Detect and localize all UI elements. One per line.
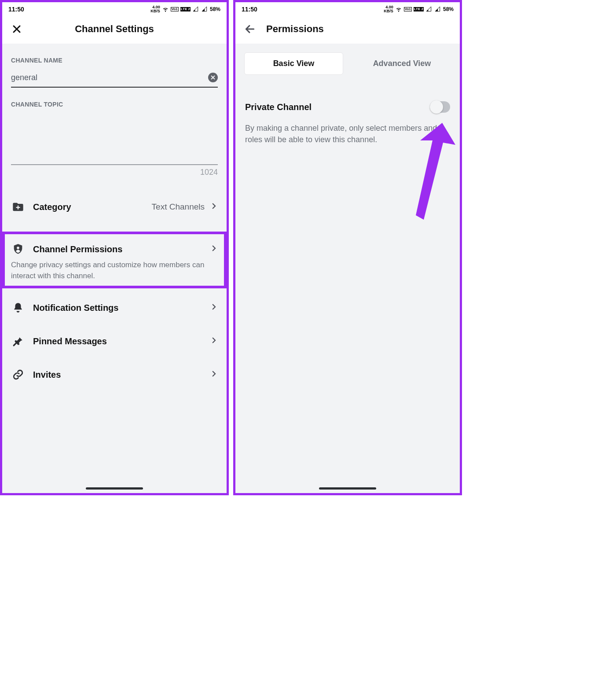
arrow-left-icon <box>244 23 256 35</box>
permissions-header: Permissions <box>235 15 460 44</box>
chevron-right-icon <box>210 370 218 379</box>
close-icon <box>11 24 22 34</box>
signal2-icon <box>201 6 208 12</box>
channel-topic-label: CHANNEL TOPIC <box>2 88 227 112</box>
pinned-messages-row[interactable]: Pinned Messages <box>2 324 227 358</box>
status-time: 11:50 <box>242 6 257 13</box>
channel-topic-input[interactable] <box>11 112 218 165</box>
topic-counter: 1024 <box>2 165 227 177</box>
bell-icon <box>11 301 25 315</box>
wifi-icon <box>162 6 169 12</box>
clear-name-button[interactable] <box>208 73 218 82</box>
notifications-label: Notification Settings <box>33 303 205 313</box>
status-kbs: 4.00KB/S <box>384 5 393 13</box>
shield-person-icon <box>11 242 25 256</box>
link-icon <box>11 368 25 382</box>
pinned-label: Pinned Messages <box>33 336 205 346</box>
status-right: 4.00KB/S Vo1 LTE 2 58% <box>150 5 220 13</box>
status-battery: 58% <box>443 6 454 12</box>
private-channel-row: Private Channel <box>235 75 460 119</box>
status-bar: 11:50 4.00KB/S Vo1 LTE 2 58% <box>2 2 227 15</box>
status-kbs: 4.00KB/S <box>150 5 160 13</box>
view-tabs: Basic View Advanced View <box>235 44 460 75</box>
channel-name-field[interactable] <box>11 68 218 88</box>
category-row[interactable]: Category Text Channels <box>2 190 227 224</box>
private-channel-description: By making a channel private, only select… <box>235 119 460 149</box>
svg-point-0 <box>17 247 19 249</box>
channel-permissions-block[interactable]: Channel Permissions Change privacy setti… <box>2 232 227 288</box>
left-phone: 11:50 4.00KB/S Vo1 LTE 2 58% Channel Set… <box>0 0 229 495</box>
lte2-icon: LTE 2 <box>414 7 424 11</box>
settings-body: CHANNEL NAME CHANNEL TOPIC 1024 Category… <box>2 44 227 493</box>
nav-indicator <box>319 487 376 490</box>
permissions-label: Channel Permissions <box>33 244 205 254</box>
chevron-right-icon <box>210 202 218 212</box>
status-time: 11:50 <box>8 6 24 13</box>
wifi-icon <box>395 6 402 12</box>
chevron-right-icon <box>210 336 218 346</box>
signal1-icon <box>192 6 199 12</box>
pin-icon <box>11 334 25 348</box>
status-right: 4.00KB/S Vo1 LTE 2 58% <box>384 5 454 13</box>
nav-indicator <box>86 487 143 490</box>
chevron-right-icon <box>210 244 218 254</box>
folder-plus-icon <box>11 200 25 214</box>
channel-name-label: CHANNEL NAME <box>2 44 227 68</box>
signal2-icon <box>434 6 441 12</box>
tab-basic-view[interactable]: Basic View <box>244 52 343 75</box>
private-channel-label: Private Channel <box>245 102 430 112</box>
x-icon <box>211 75 215 80</box>
channel-name-input[interactable] <box>11 73 208 82</box>
tab-advanced-view[interactable]: Advanced View <box>353 53 451 74</box>
lte2-icon: LTE 2 <box>180 7 191 11</box>
settings-header: Channel Settings <box>2 15 227 44</box>
category-label: Category <box>33 202 152 212</box>
permissions-body: Basic View Advanced View Private Channel… <box>235 44 460 493</box>
invites-label: Invites <box>33 370 205 380</box>
page-title: Channel Settings <box>23 23 219 35</box>
notification-settings-row[interactable]: Notification Settings <box>2 291 227 324</box>
status-bar: 11:50 4.00KB/S Vo1 LTE 2 58% <box>235 2 460 15</box>
permissions-description: Change privacy settings and customize ho… <box>5 260 224 281</box>
chevron-right-icon <box>210 303 218 313</box>
status-battery: 58% <box>210 6 220 12</box>
category-value: Text Channels <box>152 202 205 212</box>
right-phone: 11:50 4.00KB/S Vo1 LTE 2 58% Permissions… <box>233 0 462 495</box>
lte1-icon: Vo1 <box>171 7 179 11</box>
signal1-icon <box>425 6 433 12</box>
page-title: Permissions <box>257 23 452 35</box>
invites-row[interactable]: Invites <box>2 358 227 391</box>
private-channel-toggle[interactable] <box>430 101 450 113</box>
lte1-icon: Vo1 <box>404 7 412 11</box>
channel-permissions-row[interactable]: Channel Permissions <box>5 235 224 260</box>
back-button[interactable] <box>243 22 257 36</box>
close-button[interactable] <box>10 22 23 36</box>
